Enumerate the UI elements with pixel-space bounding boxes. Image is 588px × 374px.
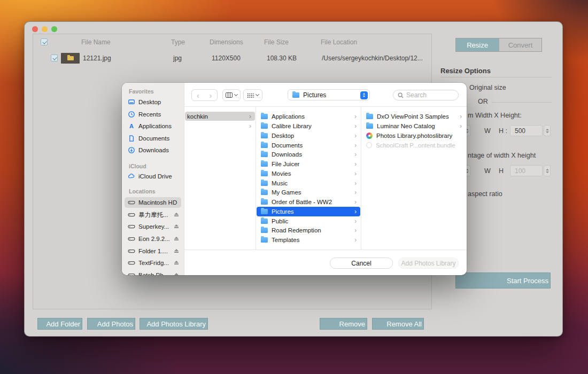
sidebar-item-desktop[interactable]: Desktop	[125, 97, 181, 107]
sidebar-item-volume-4[interactable]: Folder 1....	[125, 246, 181, 256]
divider	[184, 106, 467, 107]
height-stepper[interactable]	[544, 125, 551, 136]
eject-icon[interactable]	[173, 236, 179, 242]
column2-row-desktop[interactable]: Desktop›	[257, 131, 360, 141]
desktop-icon	[128, 98, 135, 106]
dialog-sidebar: Favorites Desktop Recents A Applications	[122, 83, 184, 275]
folder-icon	[292, 92, 299, 98]
percent-height-input[interactable]: 100	[510, 165, 543, 176]
column2-row-public[interactable]: Public›	[257, 216, 360, 226]
resize-options-title: Resize Options	[440, 67, 491, 75]
cell-type: jpg	[173, 54, 182, 62]
folder-icon	[261, 123, 268, 129]
forward-button[interactable]: ›	[204, 89, 218, 101]
document-icon	[128, 135, 135, 142]
cancel-button[interactable]: Cancel	[330, 258, 393, 269]
column2-row-my-games[interactable]: My Games›	[257, 188, 360, 198]
column2-row-order-of-battle[interactable]: Order of Battle - WW2›	[257, 197, 360, 207]
sidebar-item-volume-2[interactable]: Superkey...	[125, 221, 181, 232]
cloud-icon	[128, 173, 135, 180]
path-dropdown-label: Pictures	[303, 91, 326, 99]
add-photos-library-button[interactable]: Add Photos Library	[140, 318, 208, 330]
tab-resize[interactable]: Resize	[456, 38, 499, 51]
column3-row-photos-library[interactable]: Photos Library.photoslibrary	[362, 131, 466, 141]
column2-row-applications[interactable]: Applications›	[257, 112, 360, 122]
sidebar-item-macintosh-hd[interactable]: Macintosh HD	[125, 197, 181, 208]
column-header-file-name[interactable]: File Name	[81, 38, 111, 46]
sidebar-item-volume-3[interactable]: Eon 2.9.2...	[125, 233, 181, 244]
eject-icon[interactable]	[173, 248, 179, 254]
thumbnail-folder-icon	[67, 56, 74, 60]
column-header-file-size[interactable]: File Size	[264, 38, 289, 46]
add-folder-button[interactable]: Add Folder	[37, 318, 82, 330]
back-button[interactable]: ‹	[191, 89, 205, 101]
folder-icon	[261, 209, 268, 214]
cell-dimensions: 1120X500	[212, 54, 241, 62]
folder-icon	[261, 152, 268, 157]
view-mode-button[interactable]	[222, 89, 241, 101]
tab-convert[interactable]: Convert	[499, 38, 541, 51]
remove-all-button[interactable]: Remove All	[372, 318, 424, 330]
eject-icon[interactable]	[173, 260, 179, 266]
minimize-window-button[interactable]	[42, 26, 48, 32]
column1-row-2[interactable]: ›	[185, 121, 255, 130]
downloads-icon	[128, 146, 135, 154]
remove-button[interactable]: Remove	[320, 318, 367, 330]
eject-icon[interactable]	[173, 212, 179, 218]
bundle-icon	[366, 142, 372, 148]
sidebar-item-volume-1[interactable]: 暴力摩托...	[125, 209, 181, 220]
sidebar-item-documents[interactable]: Documents	[125, 133, 181, 144]
drive-icon	[128, 223, 135, 230]
column-divider	[361, 106, 361, 250]
path-dropdown[interactable]: Pictures	[288, 89, 370, 100]
photos-library-icon	[366, 133, 373, 139]
grid-icon	[247, 93, 254, 98]
sidebar-item-recents[interactable]: Recents	[125, 109, 181, 120]
column2-row-file-juicer[interactable]: File Juicer›	[257, 159, 360, 169]
search-field[interactable]: Search	[393, 90, 459, 100]
sidebar-item-downloads[interactable]: Downloads	[125, 145, 181, 155]
percent-height-stepper[interactable]	[544, 165, 551, 176]
column3-row-dxo-samples[interactable]: DxO ViewPoint 3 Samples›	[362, 112, 466, 122]
column2-row-movies[interactable]: Movies›	[257, 169, 360, 178]
start-process-button[interactable]: Start Process	[455, 272, 551, 289]
folder-icon	[261, 171, 268, 176]
column-header-type[interactable]: Type	[171, 38, 185, 46]
cell-file-location: /Users/sergeykochkin/Desktop/12...	[322, 54, 423, 62]
select-all-checkbox[interactable]	[41, 38, 48, 45]
folder-icon	[261, 228, 268, 233]
column2-row-documents[interactable]: Documents›	[257, 141, 360, 150]
row-checkbox[interactable]	[51, 54, 58, 61]
eject-icon[interactable]	[173, 224, 179, 230]
height-input[interactable]: 500	[510, 125, 543, 136]
w-percent-label: W	[484, 167, 491, 175]
eject-icon[interactable]	[173, 272, 179, 276]
group-by-button[interactable]	[243, 89, 262, 101]
chevron-down-icon	[256, 92, 259, 96]
column2-row-downloads[interactable]: Downloads›	[257, 150, 360, 160]
column2-row-templates[interactable]: Templates›	[257, 235, 360, 245]
folder-icon	[261, 219, 268, 224]
column-header-file-location[interactable]: File Location	[321, 38, 357, 46]
add-photos-library-confirm-button[interactable]: Add Photos Library	[398, 258, 459, 269]
drive-icon	[128, 247, 135, 255]
column2-row-road-redemption[interactable]: Road Redemption›	[257, 226, 360, 236]
column-view-icon	[226, 92, 233, 98]
column-header-dimensions[interactable]: Dimensions	[210, 38, 243, 46]
column3-row-luminar-catalog[interactable]: Luminar Neo Catalog›	[362, 121, 466, 131]
column2-row-calibre-library[interactable]: Calibre Library›	[257, 121, 360, 131]
column2-row-music[interactable]: Music›	[257, 178, 360, 188]
folder-icon	[261, 114, 268, 119]
search-icon	[398, 92, 404, 98]
close-window-button[interactable]	[32, 26, 38, 32]
zoom-window-button[interactable]	[51, 26, 57, 32]
sidebar-item-volume-5[interactable]: TextFridg...	[125, 258, 181, 268]
column2-row-pictures-selected[interactable]: Pictures›	[257, 207, 360, 216]
sidebar-item-volume-6[interactable]: Batch Ph...	[125, 270, 181, 275]
dropdown-stepper-icon	[360, 91, 368, 99]
folder-icon	[366, 114, 373, 119]
add-photos-button[interactable]: Add Photos	[87, 318, 135, 330]
sidebar-item-icloud-drive[interactable]: iCloud Drive	[125, 171, 181, 182]
column1-row-user-folder[interactable]: kochkin ›	[185, 112, 255, 121]
sidebar-item-applications[interactable]: A Applications	[125, 121, 181, 131]
